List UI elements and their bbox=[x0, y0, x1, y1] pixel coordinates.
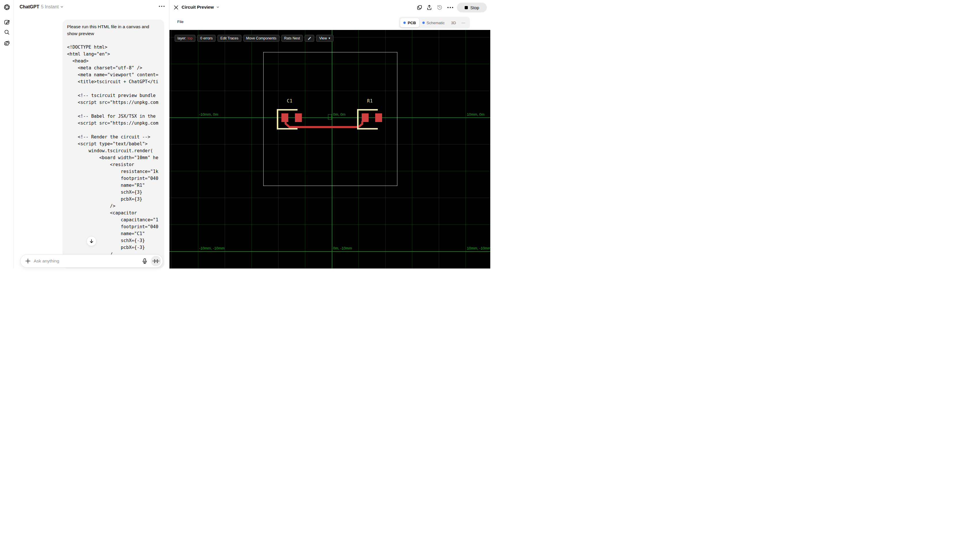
rats-nest-button[interactable]: Rats Nest bbox=[282, 35, 303, 42]
voice-mode-button[interactable] bbox=[151, 256, 161, 266]
model-switcher[interactable]: ChatGPT 5 Instant bbox=[19, 4, 63, 10]
canvas-title-menu[interactable]: Circuit Preview bbox=[181, 5, 219, 10]
code-line: <!-- tscircuit preview bundle bbox=[67, 92, 160, 99]
caret-down-icon: ▼ bbox=[328, 37, 331, 40]
code-line: footprint="040 bbox=[67, 223, 160, 230]
silkscreen-bar bbox=[277, 109, 278, 129]
grid-label: 10mm, -10mm bbox=[467, 246, 490, 250]
file-menu[interactable]: File bbox=[177, 19, 184, 24]
composer[interactable] bbox=[20, 254, 163, 268]
code-line: <!-- Render the circuit --> bbox=[67, 134, 160, 140]
code-line: <script src="https://unpkg.com bbox=[67, 120, 160, 127]
errors-button[interactable]: 0 errors bbox=[197, 35, 215, 42]
model-variant: 5 Instant bbox=[41, 4, 59, 10]
chat-header: ChatGPT 5 Instant bbox=[14, 0, 169, 15]
grid-label: 0m, 0m bbox=[333, 112, 345, 116]
code-line: schX={3} bbox=[67, 189, 160, 196]
new-chat-icon[interactable] bbox=[4, 19, 10, 25]
silkscreen-bar bbox=[357, 128, 378, 129]
move-components-button[interactable]: Move Components bbox=[243, 35, 279, 42]
user-message-bubble: Please run this HTML file in a canvas an… bbox=[62, 19, 164, 269]
code-line: name="R1" bbox=[67, 182, 160, 189]
conversation-options-button[interactable] bbox=[159, 6, 165, 7]
microphone-icon[interactable] bbox=[142, 258, 148, 264]
code-line bbox=[67, 85, 160, 92]
stop-label: Stop bbox=[471, 5, 479, 10]
code-line: schX={-3} bbox=[67, 237, 160, 244]
tab-schematic[interactable]: Schematic bbox=[419, 18, 448, 27]
grid-label: 10mm, 0m bbox=[467, 112, 485, 116]
tabs-more-icon[interactable]: ⋯ bbox=[459, 21, 468, 25]
code-line: <capacitor bbox=[67, 209, 160, 217]
component-ref-label[interactable]: R1 bbox=[361, 99, 379, 104]
pcb-canvas[interactable]: C1R1 -10mm, 0m0m, 0m10mm, 0m-10mm, -10mm… bbox=[169, 30, 490, 269]
scroll-to-bottom-button[interactable] bbox=[87, 236, 96, 246]
pencil-tool-button[interactable] bbox=[305, 35, 314, 42]
app-title: ChatGPT bbox=[19, 4, 39, 10]
layer-value: top bbox=[188, 36, 192, 40]
grid-label: -10mm, 0m bbox=[199, 112, 218, 116]
code-line: <meta name="viewport" content= bbox=[67, 72, 160, 78]
preview-header: Circuit Preview Stop bbox=[169, 0, 490, 15]
canvas-title: Circuit Preview bbox=[181, 5, 214, 10]
stop-square-icon bbox=[465, 6, 468, 9]
code-line bbox=[67, 127, 160, 134]
code-line: name="C1" bbox=[67, 230, 160, 237]
copy-icon[interactable] bbox=[417, 5, 422, 10]
tab-pcb[interactable]: PCB bbox=[400, 18, 419, 27]
preview-subheader: File PCB Schematic 3D ⋯ bbox=[169, 15, 490, 30]
code-line: <!-- Babel for JSX/TSX in the bbox=[67, 113, 160, 120]
code-line: <resistor bbox=[67, 161, 160, 168]
message-input[interactable] bbox=[33, 258, 142, 264]
library-icon[interactable] bbox=[4, 40, 10, 46]
silkscreen-bar bbox=[277, 128, 298, 129]
grid-label: -10mm, -10mm bbox=[199, 246, 225, 250]
code-line: <board width="10mm" he bbox=[67, 154, 160, 161]
share-icon[interactable] bbox=[426, 5, 432, 10]
code-line: <!DOCTYPE html> bbox=[67, 44, 160, 51]
user-message-text: Please run this HTML file in a canvas an… bbox=[67, 23, 160, 37]
code-line: <html lang="en"> bbox=[67, 51, 160, 57]
schematic-dot-icon bbox=[422, 22, 425, 24]
code-line: <meta charset="utf-8" /> bbox=[67, 64, 160, 72]
code-line: pcbX={-3} bbox=[67, 244, 160, 251]
more-options-icon[interactable] bbox=[447, 7, 453, 8]
code-line: window.tscircuit.render( bbox=[67, 147, 160, 154]
history-icon[interactable] bbox=[437, 5, 442, 10]
pencil-icon bbox=[307, 37, 311, 40]
silkscreen-bar bbox=[357, 109, 378, 110]
code-block: <!DOCTYPE html><html lang="en"> <head> <… bbox=[67, 44, 160, 258]
smd-pad bbox=[375, 113, 382, 122]
grid-label: 0m, -10mm bbox=[333, 246, 352, 250]
view-mode-tabs: PCB Schematic 3D ⋯ bbox=[399, 17, 470, 29]
search-icon[interactable] bbox=[4, 29, 10, 35]
smd-pad bbox=[295, 113, 302, 122]
smd-pad bbox=[282, 113, 288, 122]
view-dropdown-button[interactable]: View ▼ bbox=[316, 35, 334, 42]
code-line: capacitance="1 bbox=[67, 217, 160, 223]
code-line: <title>tscircuit + ChatGPT</ti bbox=[67, 78, 160, 85]
attach-plus-icon[interactable] bbox=[25, 258, 31, 264]
edit-traces-button[interactable]: Edit Traces bbox=[218, 35, 242, 42]
close-icon[interactable] bbox=[173, 5, 179, 10]
stop-button[interactable]: Stop bbox=[457, 3, 487, 13]
chat-panel: ChatGPT 5 Instant Please run this HTML f… bbox=[14, 0, 169, 269]
layer-button[interactable]: layer: top bbox=[175, 35, 196, 42]
code-line: <script src="https://unpkg.com bbox=[67, 99, 160, 106]
silkscreen-bar bbox=[357, 109, 358, 129]
code-line: /> bbox=[67, 202, 160, 209]
code-line: <script type="text/babel"> bbox=[67, 140, 160, 147]
code-line: resistance="1k bbox=[67, 168, 160, 175]
chevron-down-icon bbox=[60, 5, 63, 8]
code-line bbox=[67, 106, 160, 113]
openai-logo-icon[interactable] bbox=[4, 4, 10, 10]
pcb-dot-icon bbox=[403, 22, 406, 24]
canvas-preview-panel: Circuit Preview Stop File PCB bbox=[169, 0, 490, 269]
tab-3d[interactable]: 3D bbox=[448, 18, 459, 27]
code-line: pcbX={3} bbox=[67, 196, 160, 202]
silkscreen-bar bbox=[277, 109, 298, 110]
component-ref-label[interactable]: C1 bbox=[281, 99, 298, 104]
code-line: footprint="040 bbox=[67, 175, 160, 182]
chevron-down-icon bbox=[216, 6, 219, 9]
arrow-down-icon bbox=[89, 239, 94, 244]
